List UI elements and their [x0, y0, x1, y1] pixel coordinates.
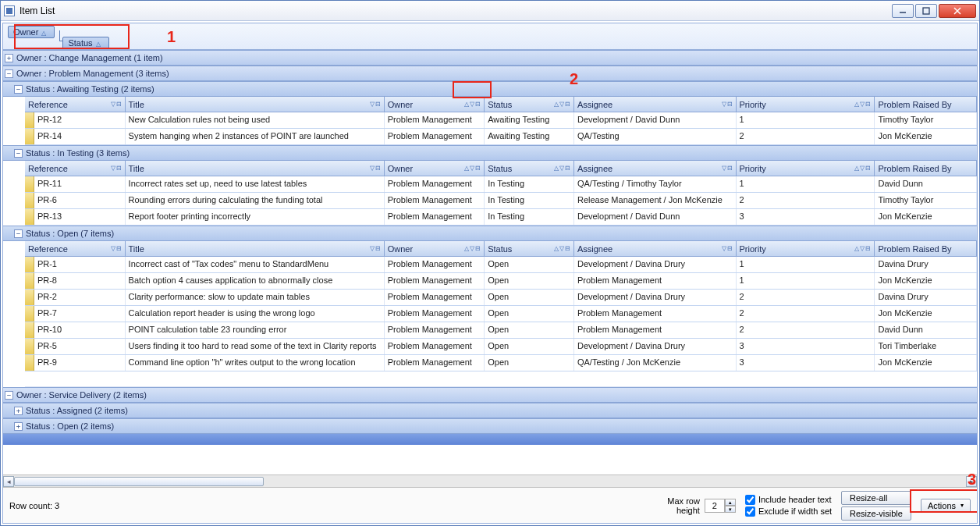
pin-icon[interactable]: ⊟ — [865, 101, 871, 108]
col-title[interactable]: Title▽⊟ — [126, 161, 385, 176]
col-assignee[interactable]: Assignee▽⊟ — [574, 97, 737, 112]
col-status[interactable]: Status△▽⊟ — [485, 97, 574, 112]
col-reference[interactable]: Reference▽⊟ — [25, 97, 126, 112]
cell-assignee: Development / David Dunn — [574, 112, 737, 128]
row-gutter-icon — [25, 290, 34, 305]
table-row[interactable]: PR-5Users finding it too hard to read so… — [25, 339, 977, 355]
col-owner[interactable]: Owner△▽⊟ — [385, 241, 485, 256]
col-priority[interactable]: Priority△▽⊟ — [737, 97, 875, 112]
table-row[interactable]: PR-12New Calculation rules not being use… — [25, 112, 977, 129]
scroll-thumb[interactable] — [14, 477, 264, 486]
spinner-up-button[interactable]: ▴ — [725, 499, 736, 506]
pin-icon[interactable]: ⊟ — [116, 101, 122, 108]
expand-icon[interactable]: + — [5, 54, 13, 62]
pin-icon[interactable]: ⊟ — [475, 101, 481, 108]
table-row[interactable]: PR-8Batch option 4 causes application to… — [25, 273, 977, 290]
col-priority[interactable]: Priority△▽⊟ — [737, 241, 875, 256]
titlebar[interactable]: Item List — [1, 1, 979, 21]
cell-raised-by: Davina Drury — [875, 257, 977, 272]
exclude-width-checkbox[interactable]: Exclude if width set — [745, 506, 832, 517]
group-row-owner-service-delivery[interactable]: − Owner : Service Delivery (2 items) — [3, 387, 977, 403]
col-title[interactable]: Title▽⊟ — [126, 241, 385, 256]
col-reference[interactable]: Reference▽⊟ — [25, 161, 126, 176]
table-row[interactable]: PR-7Calculation report header is using t… — [25, 306, 977, 322]
sort-icon[interactable]: △ — [464, 101, 469, 108]
table-row[interactable]: PR-1Incorrect cast of "Tax codes" menu t… — [25, 257, 977, 273]
collapse-icon[interactable]: − — [5, 391, 13, 400]
cell-owner: Problem Management — [385, 273, 485, 289]
filter-icon[interactable]: ▽ — [111, 101, 115, 108]
col-raised-by[interactable]: Problem Raised By — [875, 241, 977, 256]
cell-title: POINT calculation table 23 rounding erro… — [126, 322, 385, 338]
sort-icon[interactable]: △ — [854, 101, 859, 108]
pin-icon[interactable]: ⊟ — [375, 101, 381, 108]
col-raised-by[interactable]: Problem Raised By — [875, 97, 977, 112]
scroll-left-button[interactable]: ◂ — [3, 476, 14, 487]
table-row[interactable]: PR-2Clarity performance: slow to update … — [25, 290, 977, 306]
table-row[interactable]: PR-11Incorrect rates set up, need to use… — [25, 176, 977, 193]
horizontal-scrollbar[interactable]: ◂ ▸ — [3, 474, 977, 487]
spinner-down-button[interactable]: ▾ — [725, 506, 736, 513]
table-row[interactable]: PR-6Rounding errors during calculating t… — [25, 193, 977, 209]
filter-icon[interactable]: ▽ — [470, 101, 474, 108]
expand-icon[interactable]: + — [14, 407, 23, 415]
cell-assignee: Problem Management — [574, 322, 737, 338]
col-raised-by[interactable]: Problem Raised By — [875, 161, 977, 176]
groupby-bar[interactable]: Owner△ Status△ 1 — [3, 23, 977, 50]
callout-label-3: 3 — [968, 471, 976, 489]
cell-raised-by: Davina Drury — [875, 290, 977, 305]
pin-icon[interactable]: ⊟ — [727, 101, 733, 108]
collapse-icon[interactable]: − — [5, 69, 13, 78]
filter-icon[interactable]: ▽ — [559, 101, 564, 108]
col-owner[interactable]: Owner△▽⊟ — [385, 161, 485, 176]
close-button[interactable] — [939, 4, 976, 18]
cell-assignee: Problem Management — [574, 273, 737, 289]
table-row[interactable]: PR-13Report footer printing incorrectlyP… — [25, 209, 977, 226]
group-row-owner-problem-mgmt[interactable]: − Owner : Problem Management (3 items) — [3, 66, 977, 81]
max-row-input[interactable] — [705, 499, 725, 513]
col-owner[interactable]: Owner△▽⊟ — [385, 97, 485, 112]
table-row[interactable]: PR-9Command line option "h" writes outpu… — [25, 355, 977, 371]
col-assignee[interactable]: Assignee▽⊟ — [574, 241, 737, 256]
pin-icon[interactable]: ⊟ — [565, 101, 570, 108]
cell-raised-by: Jon McKenzie — [875, 355, 977, 371]
cell-status: Open — [485, 322, 574, 338]
col-status[interactable]: Status△▽⊟ — [485, 161, 574, 176]
sort-icon[interactable]: △ — [554, 101, 559, 108]
col-reference[interactable]: Reference▽⊟ — [25, 241, 126, 256]
cell-reference: PR-10 — [34, 322, 126, 338]
table-row[interactable]: PR-10POINT calculation table 23 rounding… — [25, 322, 977, 339]
cell-assignee: Development / Davina Drury — [574, 290, 737, 305]
cell-owner: Problem Management — [385, 322, 485, 338]
app-icon — [4, 5, 15, 16]
filter-icon[interactable]: ▽ — [860, 101, 865, 108]
collapse-icon[interactable]: − — [14, 149, 23, 158]
group-label: Status : Open (7 items) — [26, 229, 114, 238]
row-gutter-icon — [25, 355, 34, 371]
include-header-checkbox[interactable]: Include header text — [745, 495, 832, 505]
filter-icon[interactable]: ▽ — [722, 101, 726, 108]
group-row-status-intesting[interactable]: − Status : In Testing (3 items) — [3, 145, 977, 161]
max-row-height-control: Max row height ▴ ▾ — [667, 496, 736, 515]
minimize-button[interactable] — [892, 4, 914, 18]
col-status[interactable]: Status△▽⊟ — [485, 241, 574, 256]
cell-owner: Problem Management — [385, 339, 485, 354]
collapse-icon[interactable]: − — [14, 85, 23, 94]
resize-visible-button[interactable]: Resize-visible — [841, 506, 911, 521]
collapse-icon[interactable]: − — [14, 229, 23, 238]
filter-icon[interactable]: ▽ — [370, 101, 375, 108]
group-row-status-open-sd[interactable]: + Status : Open (2 items) — [3, 418, 977, 434]
group-row-status-assigned[interactable]: + Status : Assigned (2 items) — [3, 403, 977, 418]
cell-priority: 1 — [737, 257, 875, 272]
expand-icon[interactable]: + — [14, 422, 23, 431]
maximize-button[interactable] — [915, 4, 937, 18]
cell-status: In Testing — [485, 209, 574, 225]
col-assignee[interactable]: Assignee▽⊟ — [574, 161, 737, 176]
group-row-status-open[interactable]: − Status : Open (7 items) — [3, 226, 977, 241]
col-title[interactable]: Title▽⊟ — [126, 97, 385, 112]
col-priority[interactable]: Priority△▽⊟ — [737, 161, 875, 176]
table-row[interactable]: PR-14System hanging when 2 instances of … — [25, 129, 977, 145]
cell-raised-by: David Dunn — [875, 322, 977, 338]
group-row-owner-change-mgmt[interactable]: + Owner : Change Management (1 item) — [3, 50, 977, 66]
resize-all-button[interactable]: Resize-all — [841, 491, 911, 505]
